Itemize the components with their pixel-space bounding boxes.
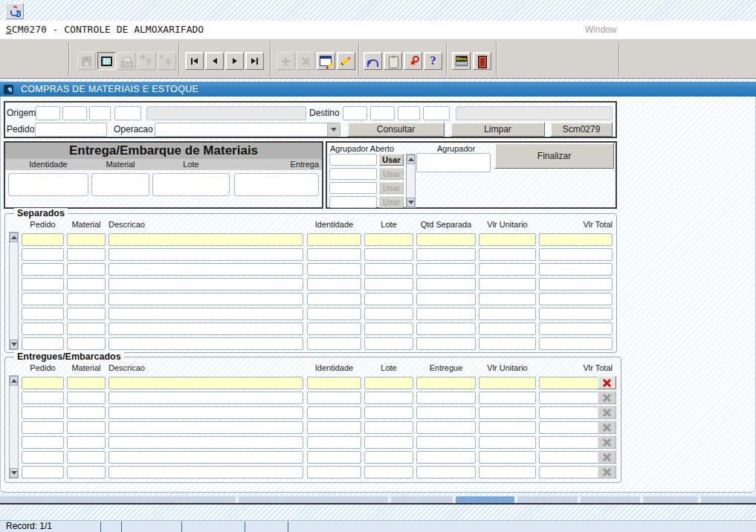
grid-cell[interactable] — [416, 337, 476, 350]
grid-cell[interactable] — [307, 451, 361, 464]
grid-cell[interactable] — [22, 377, 64, 389]
delete-row-button[interactable] — [598, 376, 616, 389]
grid-cell[interactable] — [109, 233, 303, 246]
menu-button[interactable] — [452, 52, 471, 70]
operacao-dropdown[interactable] — [155, 123, 340, 137]
grid-scrollbar[interactable] — [9, 375, 19, 479]
grid-cell[interactable] — [416, 233, 476, 246]
grid-cell[interactable] — [539, 322, 613, 335]
scroll-down-button[interactable] — [10, 340, 18, 349]
scroll-down-button[interactable] — [10, 468, 18, 478]
grid-cell[interactable] — [364, 337, 413, 350]
grid-cell[interactable] — [67, 308, 106, 320]
form-title-menu[interactable]: SCM0270 - CONTROLE DE ALMOXARIFADO — [6, 21, 204, 39]
destino-field-1[interactable] — [343, 106, 367, 120]
enter-query-button[interactable] — [337, 52, 355, 70]
grid-cell[interactable] — [416, 293, 476, 305]
tab-segment[interactable] — [643, 496, 698, 503]
grid-cell[interactable] — [307, 436, 361, 449]
grid-cell[interactable] — [479, 436, 536, 449]
origem-field-3[interactable] — [89, 106, 111, 120]
tab-segment[interactable] — [581, 496, 640, 503]
destino-field-4[interactable] — [423, 106, 450, 120]
scm0279-button[interactable]: Scm0279 — [550, 122, 613, 137]
grid-cell[interactable] — [109, 377, 303, 389]
grid-cell[interactable] — [479, 377, 536, 389]
grid-cell[interactable] — [416, 278, 476, 291]
grid-cell[interactable] — [22, 293, 64, 305]
grid-cell[interactable] — [416, 451, 476, 464]
grid-cell[interactable] — [67, 248, 106, 261]
grid-cell[interactable] — [416, 421, 476, 434]
grid-cell[interactable] — [67, 466, 106, 479]
origem-field-4[interactable] — [114, 106, 141, 120]
grid-cell[interactable] — [416, 263, 476, 276]
grid-cell[interactable] — [109, 263, 303, 276]
limpar-button[interactable]: Limpar — [450, 122, 545, 137]
grid-cell[interactable] — [307, 406, 361, 419]
grid-cell[interactable] — [364, 421, 413, 434]
grid-cell[interactable] — [22, 278, 64, 291]
grid-cell[interactable] — [67, 233, 106, 246]
grid-cell[interactable] — [416, 466, 476, 479]
grid-cell[interactable] — [539, 233, 613, 246]
grid-cell[interactable] — [22, 436, 64, 449]
grid-cell[interactable] — [479, 278, 536, 291]
pedido-field[interactable] — [35, 123, 107, 137]
screen-button[interactable] — [97, 52, 116, 70]
entrega-entrega-field[interactable] — [234, 173, 319, 196]
paste-button[interactable] — [384, 52, 402, 70]
grid-cell[interactable] — [67, 451, 106, 464]
grid-cell[interactable] — [479, 308, 536, 320]
tab-segment[interactable] — [239, 496, 388, 503]
grid-cell[interactable] — [307, 377, 361, 389]
grid-cell[interactable] — [307, 392, 361, 404]
grid-cell[interactable] — [479, 451, 536, 464]
grid-cell[interactable] — [109, 451, 303, 464]
grid-cell[interactable] — [364, 278, 413, 291]
grid-cell[interactable] — [479, 322, 536, 335]
grid-cell[interactable] — [109, 337, 303, 350]
grid-cell[interactable] — [416, 322, 476, 335]
tab-segment[interactable] — [0, 496, 236, 503]
grid-cell[interactable] — [364, 377, 413, 389]
menu-item-window[interactable]: Window — [585, 21, 617, 39]
grid-cell[interactable] — [479, 392, 536, 404]
exit-button[interactable] — [473, 52, 491, 70]
edit-window-button[interactable] — [317, 52, 335, 70]
grid-cell[interactable] — [22, 421, 64, 434]
grid-cell[interactable] — [22, 308, 64, 320]
grid-cell[interactable] — [479, 421, 536, 434]
consultar-button[interactable]: Consultar — [347, 122, 445, 137]
grid-cell[interactable] — [364, 466, 413, 479]
usar-button[interactable]: Usar — [379, 154, 404, 166]
grid-cell[interactable] — [307, 322, 361, 335]
grid-cell[interactable] — [479, 337, 536, 350]
show-keys-button[interactable] — [404, 52, 422, 70]
grid-cell[interactable] — [307, 263, 361, 276]
grid-cell[interactable] — [307, 337, 361, 350]
grid-cell[interactable] — [67, 322, 106, 335]
tab-segment-active[interactable] — [456, 496, 514, 503]
nav-prev-button[interactable] — [205, 52, 224, 70]
entrega-lote-field[interactable] — [152, 173, 230, 196]
help-button[interactable] — [424, 52, 442, 70]
grid-cell[interactable] — [109, 436, 303, 449]
scroll-down-button[interactable] — [407, 198, 415, 207]
grid-cell[interactable] — [22, 466, 64, 479]
grid-cell[interactable] — [109, 421, 303, 434]
agrupador-aberto-field[interactable] — [329, 154, 377, 166]
grid-cell[interactable] — [307, 293, 361, 305]
grid-cell[interactable] — [109, 308, 303, 320]
grid-cell[interactable] — [479, 406, 536, 419]
agrupador-aberto-field[interactable] — [329, 196, 377, 208]
grid-cell[interactable] — [307, 278, 361, 291]
grid-cell[interactable] — [22, 322, 64, 335]
destino-field-2[interactable] — [370, 106, 395, 120]
grid-cell[interactable] — [479, 293, 536, 305]
grid-cell[interactable] — [479, 466, 536, 479]
grid-cell[interactable] — [416, 308, 476, 320]
grid-cell[interactable] — [109, 278, 303, 291]
agrupador-scrollbar[interactable] — [406, 154, 416, 208]
grid-cell[interactable] — [416, 377, 476, 389]
